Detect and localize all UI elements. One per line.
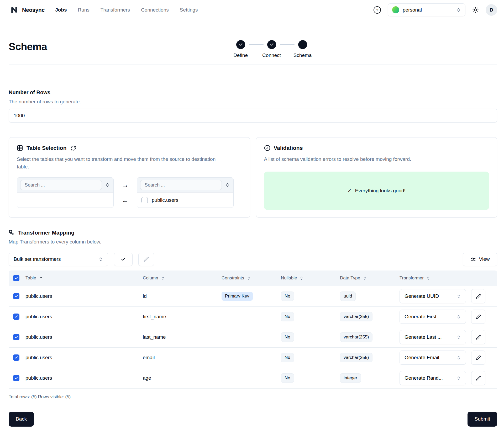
top-nav: Neosync Jobs Runs Transformers Connectio… xyxy=(0,0,504,20)
chevrons-up-down-icon xyxy=(456,376,461,380)
table-row: public.users age No integer Generate Ran… xyxy=(9,368,497,389)
nullable-badge: No xyxy=(281,353,294,362)
table-checkbox[interactable] xyxy=(141,197,148,203)
sliders-icon xyxy=(470,257,476,262)
transformer-select[interactable]: Generate First ... xyxy=(400,310,466,324)
pencil-icon xyxy=(144,257,149,262)
neosync-logo-icon xyxy=(10,6,19,14)
nullable-badge: No xyxy=(281,291,294,301)
row-checkbox[interactable] xyxy=(13,334,19,340)
avatar[interactable]: D xyxy=(486,4,497,16)
cell-table: public.users xyxy=(25,334,143,340)
step-define-circle[interactable] xyxy=(236,40,245,49)
page-header: Schema Define Connect Schema xyxy=(9,20,497,65)
bulk-set-transformers-select[interactable]: Bulk set transformers xyxy=(9,253,108,266)
check-icon xyxy=(239,43,243,47)
transformer-mapping-description: Map Transformers to every column below. xyxy=(9,239,497,245)
check-icon xyxy=(270,43,274,47)
sort-icon[interactable] xyxy=(300,276,303,280)
chevrons-up-down-icon xyxy=(456,8,461,12)
brand-name: Neosync xyxy=(22,7,45,13)
sort-icon[interactable] xyxy=(426,276,430,280)
edit-transformer-button[interactable] xyxy=(471,310,485,324)
number-of-rows-section: Number of Rows The number of rows to gen… xyxy=(9,89,497,123)
sort-icon[interactable] xyxy=(247,276,251,280)
sort-icon[interactable] xyxy=(363,276,367,280)
transformer-select[interactable]: Generate Email xyxy=(400,351,466,365)
nullable-badge: No xyxy=(281,312,294,321)
brand[interactable]: Neosync xyxy=(10,6,45,14)
nav-item-transformers[interactable]: Transformers xyxy=(101,7,130,13)
account-switcher[interactable]: personal xyxy=(388,3,465,16)
cell-table: public.users xyxy=(25,293,143,299)
source-sort-icon[interactable] xyxy=(104,182,110,188)
header-transformer: Transformer xyxy=(400,275,424,281)
row-checkbox[interactable] xyxy=(13,375,19,381)
nav-item-connections[interactable]: Connections xyxy=(141,7,169,13)
nav-item-settings[interactable]: Settings xyxy=(180,7,198,13)
edit-transformer-button[interactable] xyxy=(471,289,485,303)
table-row: public.users id Primary Key No uuid Gene… xyxy=(9,286,497,307)
transformer-select[interactable]: Generate Rand... xyxy=(400,371,466,385)
destination-search-input[interactable] xyxy=(140,180,222,190)
validations-title: Validations xyxy=(274,145,303,151)
destination-sort-icon[interactable] xyxy=(224,182,230,188)
check-icon xyxy=(14,315,18,319)
mapping-table: Table Column Constraints Nullable Data T… xyxy=(9,270,497,389)
transformer-select[interactable]: Generate Last ... xyxy=(400,330,466,344)
list-item[interactable]: public.users xyxy=(137,193,233,208)
nav-links: Jobs Runs Transformers Connections Setti… xyxy=(55,7,198,13)
edit-transformer-button[interactable] xyxy=(471,371,485,385)
destination-tables-listbox: public.users xyxy=(137,177,234,208)
header-nullable: Nullable xyxy=(281,275,297,281)
nav-item-runs[interactable]: Runs xyxy=(78,7,90,13)
row-checkbox[interactable] xyxy=(13,293,19,299)
chevrons-up-down-icon xyxy=(98,257,103,262)
edit-bulk-button[interactable] xyxy=(138,253,154,266)
edit-transformer-button[interactable] xyxy=(471,330,485,344)
move-right-button[interactable]: → xyxy=(122,182,129,188)
list-item-label: public.users xyxy=(152,197,178,203)
step-connect-circle[interactable] xyxy=(267,40,276,49)
transformer-select[interactable]: Generate UUID xyxy=(400,289,466,303)
check-icon xyxy=(14,356,18,359)
row-checkbox[interactable] xyxy=(13,314,19,320)
sort-asc-icon[interactable] xyxy=(39,276,43,280)
step-connector xyxy=(249,44,264,45)
sort-icon[interactable] xyxy=(161,276,165,280)
cell-column: id xyxy=(143,293,222,299)
number-of-rows-input[interactable] xyxy=(9,109,497,123)
header-column: Column xyxy=(143,275,158,281)
back-button[interactable]: Back xyxy=(9,412,34,427)
step-schema-circle[interactable] xyxy=(298,40,307,49)
header-constraints: Constraints xyxy=(222,275,244,281)
pencil-icon xyxy=(476,335,481,340)
number-of-rows-label: Number of Rows xyxy=(9,89,497,96)
check-icon xyxy=(14,276,18,280)
validation-success-banner: ✓ Everything looks good! xyxy=(264,172,489,210)
chevrons-up-down-icon xyxy=(456,356,461,360)
nav-item-jobs[interactable]: Jobs xyxy=(55,7,67,13)
submit-button[interactable]: Submit xyxy=(468,412,497,427)
header-data-type: Data Type xyxy=(340,275,360,281)
view-button[interactable]: View xyxy=(463,253,497,266)
cell-table: public.users xyxy=(25,375,143,381)
move-left-button[interactable]: ← xyxy=(122,197,129,204)
theme-toggle-sun-icon[interactable] xyxy=(472,7,479,13)
edit-transformer-button[interactable] xyxy=(471,351,485,365)
cell-column: first_name xyxy=(143,314,222,320)
refresh-icon[interactable] xyxy=(71,145,76,151)
row-checkbox[interactable] xyxy=(13,354,19,361)
table-selection-description: Select the tables that you want to trans… xyxy=(17,156,219,171)
table-header-row: Table Column Constraints Nullable Data T… xyxy=(9,270,497,286)
source-search-input[interactable] xyxy=(20,180,102,190)
cell-table: public.users xyxy=(25,355,143,360)
check-icon: ✓ xyxy=(348,188,352,194)
select-all-checkbox[interactable] xyxy=(13,275,19,281)
apply-bulk-button[interactable] xyxy=(114,253,133,266)
nullable-badge: No xyxy=(281,332,294,342)
chevrons-up-down-icon xyxy=(456,315,461,319)
help-icon[interactable]: ? xyxy=(374,6,381,14)
data-type-badge: varchar(255) xyxy=(340,353,372,362)
validations-description: A list of schema validation errors to re… xyxy=(264,156,489,163)
